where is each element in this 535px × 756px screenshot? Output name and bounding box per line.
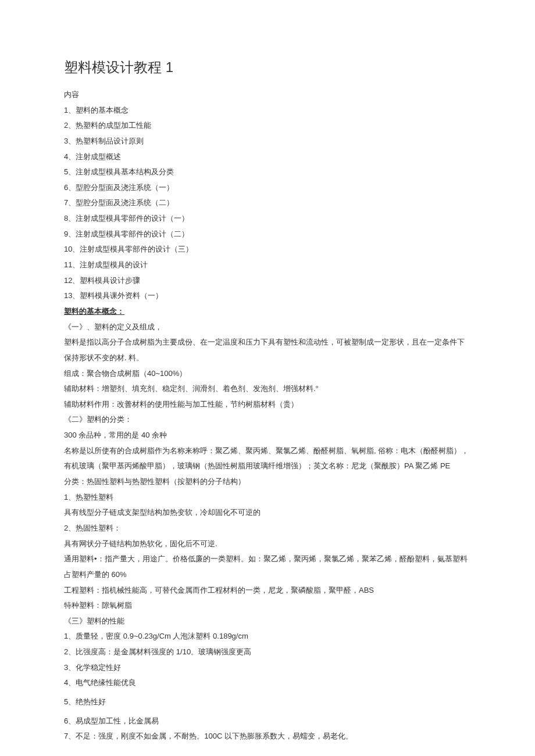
content-header: 内容 — [64, 87, 471, 103]
body-line: 《二》塑料的分类： — [64, 412, 471, 428]
body-line: 工程塑料：指机械性能高，可替代金属而作工程材料的一类，尼龙，聚磷酸脂，聚甲醛，A… — [64, 583, 471, 599]
document-page: 塑料模设计教程 1 内容 1、塑料的基本概念 2、热塑料的成型加工性能 3、热塑… — [0, 0, 535, 756]
body-line: 4、电气绝缘性能优良 — [64, 675, 471, 691]
body-line: 组成：聚合物合成树脂（40~100%） — [64, 366, 471, 382]
body-line: 7、不足：强度，刚度不如金属，不耐热。100C 以下热膨胀系数大，易蠕变，易老化… — [64, 729, 471, 744]
toc-item: 3、热塑料制品设计原则 — [64, 134, 471, 149]
section-heading-text: 塑料的基本概念： — [64, 307, 124, 316]
body-line: 5、绝热性好 — [64, 694, 471, 710]
body-line: 2、比强度高：是金属材料强度的 1/10。玻璃钢强度更高 — [64, 644, 471, 660]
toc-item: 2、热塑料的成型加工性能 — [64, 118, 471, 134]
body-line: 《一》、塑料的定义及组成， — [64, 320, 471, 335]
toc-item: 4、注射成型概述 — [64, 149, 471, 165]
body-line: 特种塑料：隙氧树脂 — [64, 598, 471, 614]
body-line: 塑料是指以高分子合成树脂为主要成份、在一定温度和压力下具有塑性和流动性，可被塑制… — [64, 335, 471, 366]
toc-item: 12、塑料模具设计步骤 — [64, 273, 471, 289]
toc-item: 13、塑料模具课外资料（一） — [64, 288, 471, 304]
toc-item: 5、注射成型模具基本结构及分类 — [64, 164, 471, 180]
body-line: 具有网状分子链结构加热软化，固化后不可逆. — [64, 536, 471, 552]
body-line: 《三》塑料的性能 — [64, 614, 471, 629]
toc-item: 9、注射成型模具零部件的设计（二） — [64, 227, 471, 242]
body-line: 分类：热固性塑料与热塑性塑料（按塑料的分子结构） — [64, 474, 471, 490]
body-line: 3、化学稳定性好 — [64, 660, 471, 676]
body-line: 通用塑料•：指产量大，用途广。价格低廉的一类塑料。如：聚乙烯，聚丙烯，聚氯乙烯，… — [64, 551, 471, 582]
body-line: 1、质量轻，密度 0.9~0.23g/Cm 人泡沫塑料 0.189g/cm — [64, 629, 471, 644]
toc-item: 8、注射成型模具零部件的设计（一） — [64, 211, 471, 227]
body-line: 名称是以所使有的合成树脂作为名称来称呼：聚乙烯、聚丙烯、聚氯乙烯、酚醛树脂、氧树… — [64, 443, 471, 474]
page-title: 塑料模设计教程 1 — [64, 58, 471, 77]
body-line: 300 余品种，常用的是 40 余种 — [64, 428, 471, 443]
body-line: 辅助材料：增塑剂、填充剂、稳定剂、润滑剂、着色剂、发泡剂、增强材料.° — [64, 381, 471, 397]
toc-item: 1、塑料的基本概念 — [64, 103, 471, 119]
toc-item: 6、型腔分型面及浇注系统（一） — [64, 180, 471, 196]
section-heading: 塑料的基本概念： — [64, 304, 471, 320]
toc-item: 7、型腔分型面及浇注系统（二） — [64, 195, 471, 211]
toc-item: 10、注射成型模具零部件的设计（三） — [64, 242, 471, 257]
toc-item: 11、注射成型模具的设计 — [64, 257, 471, 273]
body-line: 2、热固性塑料： — [64, 521, 471, 536]
body-line: 6、易成型加工性，比金属易 — [64, 714, 471, 729]
body-line: 1、热塑性塑料 — [64, 490, 471, 506]
body-line: 辅助材料作用：改善材料的使用性能与加工性能，节约树脂材料（贵） — [64, 397, 471, 413]
body-line: 具有线型分子链成支架型结构加热变软，冷却固化不可逆的 — [64, 505, 471, 521]
